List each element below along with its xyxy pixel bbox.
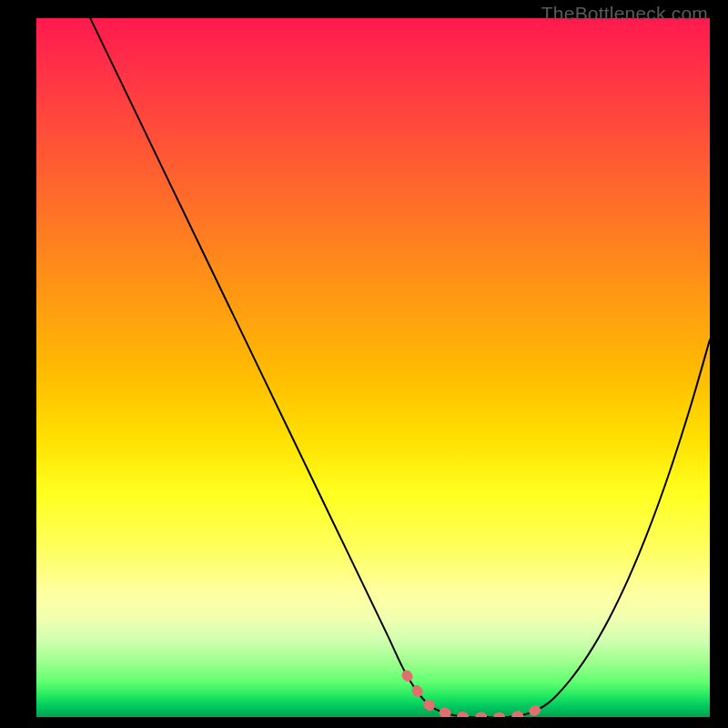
chart-area	[36, 18, 710, 717]
watermark-text: TheBottleneck.com	[541, 3, 708, 25]
flat-highlight-curve	[407, 675, 548, 717]
main-curve	[90, 18, 710, 717]
plot-svg	[36, 18, 710, 717]
